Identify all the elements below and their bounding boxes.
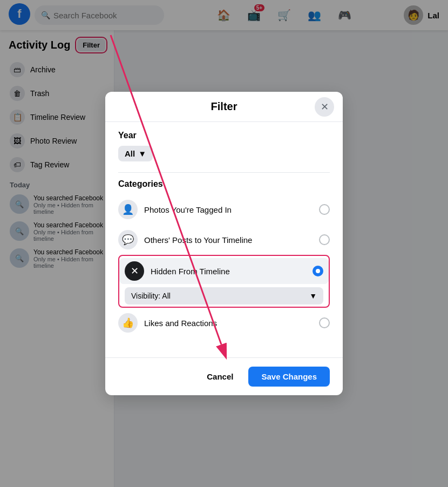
modal-header: Filter ✕ — [105, 92, 343, 122]
year-section: Year All ▼ — [118, 131, 330, 161]
others-posts-icon: 💬 — [118, 230, 138, 249]
category-others-posts[interactable]: 💬 Others' Posts to Your Timeline — [118, 225, 330, 255]
photos-tagged-radio[interactable] — [319, 204, 330, 215]
filter-modal: Filter ✕ Year All ▼ Categories 👤 — [105, 92, 343, 395]
visibility-dropdown[interactable]: Visibility: All ▼ — [125, 287, 323, 305]
year-value: All — [125, 149, 135, 158]
categories-section: Categories 👤 Photos You're Tagged In 💬 O… — [118, 179, 330, 338]
visibility-label: Visibility: All — [131, 292, 171, 300]
likes-reactions-icon: 👍 — [118, 313, 138, 333]
hidden-timeline-label: Hidden From Timeline — [151, 267, 230, 276]
divider — [118, 172, 330, 173]
likes-reactions-radio[interactable] — [319, 317, 330, 328]
close-button[interactable]: ✕ — [315, 97, 334, 117]
categories-label: Categories — [118, 179, 330, 189]
hidden-timeline-radio[interactable] — [313, 266, 323, 276]
category-likes-reactions[interactable]: 👍 Likes and Reactions — [118, 308, 330, 338]
chevron-down-icon: ▼ — [138, 149, 146, 158]
photos-tagged-icon: 👤 — [118, 200, 138, 219]
modal-overlay[interactable]: Filter ✕ Year All ▼ Categories 👤 — [0, 0, 448, 487]
year-select-button[interactable]: All ▼ — [118, 146, 153, 161]
category-photos-tagged[interactable]: 👤 Photos You're Tagged In — [118, 194, 330, 225]
hidden-timeline-icon: ✕ — [125, 261, 144, 281]
modal-body: Year All ▼ Categories 👤 Photos You're Ta… — [105, 122, 343, 357]
photos-tagged-label: Photos You're Tagged In — [144, 205, 232, 214]
others-posts-label: Others' Posts to Your Timeline — [144, 235, 252, 245]
save-changes-button[interactable]: Save Changes — [248, 367, 330, 387]
year-label: Year — [118, 131, 330, 140]
modal-footer: Cancel Save Changes — [105, 357, 343, 395]
cancel-button[interactable]: Cancel — [198, 368, 242, 385]
visibility-chevron-icon: ▼ — [309, 292, 317, 300]
others-posts-radio[interactable] — [319, 234, 330, 245]
hidden-from-timeline-container: ✕ Hidden From Timeline Visibility: All ▼ — [118, 255, 330, 308]
likes-reactions-label: Likes and Reactions — [144, 319, 217, 328]
modal-title: Filter — [211, 100, 237, 113]
category-hidden-timeline[interactable]: ✕ Hidden From Timeline — [119, 258, 329, 284]
